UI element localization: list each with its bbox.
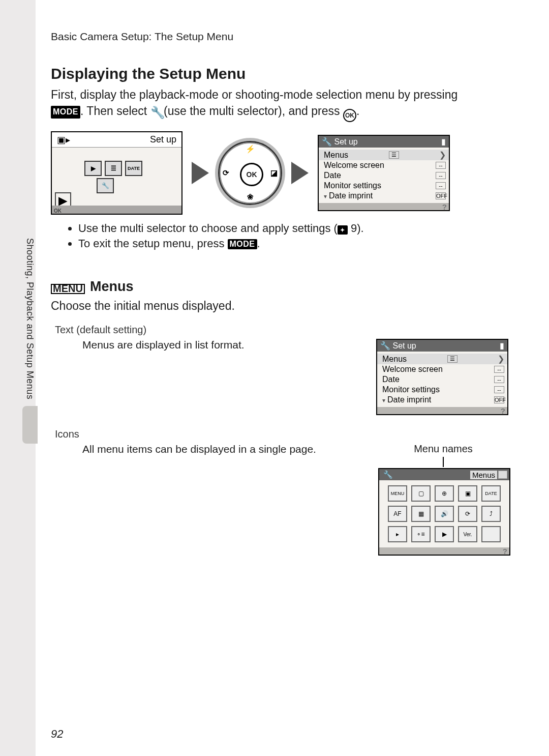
page-number: 92 xyxy=(51,728,63,741)
setup-row-monitor: Monitor settings-- xyxy=(319,181,449,191)
intro-text-1: First, display the playback-mode or shoo… xyxy=(51,88,458,101)
setup-row-welcome: Welcome screen-- xyxy=(319,160,449,170)
setup-screen-titlebar: 🔧 Set up ▮ xyxy=(319,136,449,148)
grid-icon: ▢ xyxy=(411,485,431,502)
option-text-label: Text (default setting) xyxy=(55,324,508,336)
page-sheet: Basic Camera Setup: The Setup Menu Displ… xyxy=(36,0,549,756)
wrench-icon: 🔧 Set up xyxy=(322,137,358,147)
dpad-left-icon: ⟳ xyxy=(223,168,229,178)
intro-text-2b: (use the multi selector), and press xyxy=(161,104,343,118)
dpad-down-icon: ❀ xyxy=(247,192,254,201)
intro-paragraph: First, display the playback-mode or shoo… xyxy=(51,86,508,122)
menu-names-caption: Menu names xyxy=(378,443,508,455)
list-mode-icon: ☰ xyxy=(105,161,122,176)
icons-corner-label: Menus xyxy=(470,471,497,479)
reference-icon: ✦ xyxy=(338,225,348,235)
grid-icon: ▸ xyxy=(388,526,407,542)
grid-icon: DATE xyxy=(481,485,501,502)
dpad-ok-button: OK xyxy=(240,163,263,186)
grid-icon: 🔊 xyxy=(435,506,454,522)
manual-page: Basic Camera Setup: The Setup Menu Displ… xyxy=(0,0,549,756)
setup-screen-footer: ? xyxy=(319,203,449,210)
setup-row-date-imprint: ▾Date imprintOFF xyxy=(319,191,449,201)
icons-mode-screen: 🔧 Menus MENU ▢ ⊕ ▣ DATE AF ▦ 🔊 xyxy=(378,468,510,556)
help-icon: ? xyxy=(501,406,505,415)
setup-menu-screen: 🔧 Set up ▮ Menus☰ Welcome screen-- Date-… xyxy=(318,135,450,211)
battery-icon: ▮ xyxy=(500,341,504,351)
mode-badge: MODE xyxy=(51,106,80,118)
grid-icon: ▣ xyxy=(458,485,477,502)
grid-icon: ⤴ xyxy=(481,506,501,522)
text-screen-titlebar: 🔧 Set up ▮ xyxy=(377,340,507,352)
arrow-right-icon xyxy=(192,162,209,184)
instruction-list: Use the multi selector to choose and app… xyxy=(51,222,508,250)
dpad-up-icon: ⚡ xyxy=(246,144,255,154)
grid-icon xyxy=(481,526,501,542)
grid-icon: ▦ xyxy=(411,506,431,522)
grid-icon: ∘≡ xyxy=(411,526,431,542)
section-side-tab-foot xyxy=(22,406,38,444)
text-row-date-imprint: ▾Date imprintOFF xyxy=(377,395,507,405)
option-icons-label: Icons xyxy=(55,428,508,440)
menus-intro: Choose the initial menus displayed. xyxy=(51,298,508,314)
icons-screen-titlebar: 🔧 Menus xyxy=(379,469,509,480)
bullet-1: Use the multi selector to choose and app… xyxy=(78,222,508,235)
grid-icon: ⊕ xyxy=(435,485,454,502)
intro-period: . xyxy=(356,104,359,118)
wrench-icon: 🔧 Set up xyxy=(380,341,416,351)
bullet-2: To exit the setup menu, press MODE. xyxy=(78,237,508,250)
text-row-date: Date-- xyxy=(377,374,507,385)
battery-icon: ▮ xyxy=(441,137,446,147)
menu-glyph-icon: MENU xyxy=(51,284,85,294)
breadcrumb: Basic Camera Setup: The Setup Menu xyxy=(51,31,508,43)
intro-text-2a: . Then select xyxy=(80,104,150,118)
mode-screen-footer: OK xyxy=(52,206,181,214)
grid-icon: AF xyxy=(388,506,407,522)
wrench-icon: 🔧 xyxy=(150,104,161,114)
mode-selection-screen: ▣▸Set up ▶ ☰ DATE 🔧 ▶ OK xyxy=(51,131,182,215)
text-row-monitor: Monitor settings-- xyxy=(377,385,507,395)
option-text-desc: Menus are displayed in list format. xyxy=(82,339,364,351)
mode-screen-title: ▣▸Set up xyxy=(52,132,181,148)
setup-mode-icon: 🔧 xyxy=(97,178,114,193)
help-icon: ? xyxy=(442,202,447,211)
text-row-menus: Menus☰ xyxy=(377,354,507,364)
wrench-icon: 🔧 xyxy=(383,470,393,479)
ok-icon: OK xyxy=(343,109,356,122)
playback-mode-icon: ▶ xyxy=(84,161,102,176)
menus-heading: MENUMenus xyxy=(51,279,508,295)
mode-badge: MODE xyxy=(228,239,257,249)
section-side-tab: Shooting, Playback and Setup Menus xyxy=(24,238,35,399)
grid-icon: ⟳ xyxy=(458,506,477,522)
grid-icon: MENU xyxy=(388,485,407,502)
icons-figure: Menu names 🔧 Menus MENU ▢ ⊕ ▣ xyxy=(378,443,508,556)
page-title: Displaying the Setup Menu xyxy=(51,65,508,82)
page-content: Basic Camera Setup: The Setup Menu Displ… xyxy=(36,0,549,576)
grid-icon: Ver. xyxy=(458,526,477,542)
setup-row-menus: Menus☰ xyxy=(319,150,449,160)
text-mode-screen: 🔧 Set up ▮ Menus☰ Welcome screen-- Date-… xyxy=(376,339,508,415)
help-icon: ? xyxy=(503,547,507,556)
setup-rows: Menus☰ Welcome screen-- Date-- Monitor s… xyxy=(319,148,449,203)
grid-icon: ▶ xyxy=(435,526,454,542)
caption-pointer-line xyxy=(443,457,444,467)
arrow-right-icon xyxy=(291,162,309,184)
multi-selector-dpad: OK ⚡ ❀ ◪ ⟳ xyxy=(218,141,282,205)
dpad-right-icon: ◪ xyxy=(270,168,278,178)
figure-row: ▣▸Set up ▶ ☰ DATE 🔧 ▶ OK xyxy=(51,131,508,215)
setup-row-date: Date-- xyxy=(319,170,449,181)
text-row-welcome: Welcome screen-- xyxy=(377,364,507,374)
option-icons-desc: All menu items can be displayed in a sin… xyxy=(82,443,366,455)
date-mode-icon: DATE xyxy=(125,161,142,176)
